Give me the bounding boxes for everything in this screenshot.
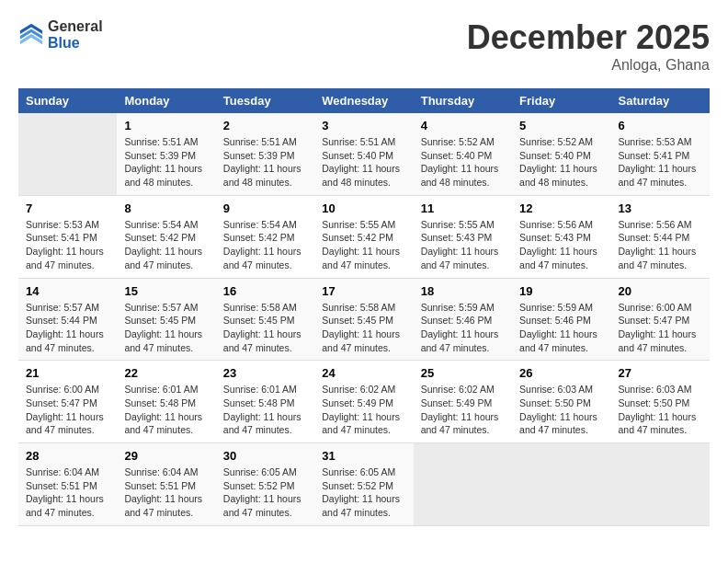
day-info: Sunrise: 6:03 AMSunset: 5:50 PMDaylight:… <box>619 383 702 437</box>
calendar-cell: 22Sunrise: 6:01 AMSunset: 5:48 PMDayligh… <box>117 361 215 443</box>
calendar-cell: 16Sunrise: 5:58 AMSunset: 5:45 PMDayligh… <box>216 278 314 361</box>
day-info: Sunrise: 5:56 AMSunset: 5:43 PMDaylight:… <box>519 218 603 272</box>
day-number: 24 <box>322 366 405 380</box>
calendar-table: SundayMondayTuesdayWednesdayThursdayFrid… <box>18 88 710 526</box>
day-info: Sunrise: 6:00 AMSunset: 5:47 PMDaylight:… <box>26 383 109 437</box>
header-cell-sunday: Sunday <box>18 88 117 113</box>
day-number: 8 <box>124 201 208 215</box>
calendar-cell: 31Sunrise: 6:05 AMSunset: 5:52 PMDayligh… <box>314 443 413 526</box>
day-number: 2 <box>223 119 307 132</box>
header-row: SundayMondayTuesdayWednesdayThursdayFrid… <box>18 88 710 113</box>
day-number: 5 <box>519 119 603 132</box>
calendar-cell: 1Sunrise: 5:51 AMSunset: 5:39 PMDaylight… <box>117 113 215 195</box>
calendar-cell: 17Sunrise: 5:58 AMSunset: 5:45 PMDayligh… <box>314 278 413 361</box>
day-info: Sunrise: 5:53 AMSunset: 5:41 PMDaylight:… <box>619 135 702 190</box>
logo-general: General <box>48 18 103 35</box>
calendar-header: SundayMondayTuesdayWednesdayThursdayFrid… <box>18 88 710 113</box>
day-info: Sunrise: 5:57 AMSunset: 5:44 PMDaylight:… <box>26 301 109 355</box>
calendar-cell: 9Sunrise: 5:54 AMSunset: 5:42 PMDaylight… <box>216 195 314 278</box>
day-info: Sunrise: 5:57 AMSunset: 5:45 PMDaylight:… <box>124 301 208 355</box>
calendar-week-5: 28Sunrise: 6:04 AMSunset: 5:51 PMDayligh… <box>18 443 710 526</box>
calendar-cell: 28Sunrise: 6:04 AMSunset: 5:51 PMDayligh… <box>18 443 117 526</box>
calendar-cell: 18Sunrise: 5:59 AMSunset: 5:46 PMDayligh… <box>414 278 512 361</box>
day-number: 23 <box>223 366 307 380</box>
day-number: 6 <box>619 119 702 132</box>
calendar-cell: 30Sunrise: 6:05 AMSunset: 5:52 PMDayligh… <box>216 443 314 526</box>
calendar-body: 1Sunrise: 5:51 AMSunset: 5:39 PMDaylight… <box>18 113 710 525</box>
calendar-cell: 29Sunrise: 6:04 AMSunset: 5:51 PMDayligh… <box>117 443 215 526</box>
calendar-cell: 7Sunrise: 5:53 AMSunset: 5:41 PMDaylight… <box>18 195 117 278</box>
calendar-cell: 6Sunrise: 5:53 AMSunset: 5:41 PMDaylight… <box>611 113 710 195</box>
calendar-cell: 19Sunrise: 5:59 AMSunset: 5:46 PMDayligh… <box>512 278 610 361</box>
calendar-week-2: 7Sunrise: 5:53 AMSunset: 5:41 PMDaylight… <box>18 195 710 278</box>
day-info: Sunrise: 6:02 AMSunset: 5:49 PMDaylight:… <box>421 383 505 437</box>
calendar-cell: 14Sunrise: 5:57 AMSunset: 5:44 PMDayligh… <box>18 278 117 361</box>
calendar-week-4: 21Sunrise: 6:00 AMSunset: 5:47 PMDayligh… <box>18 361 710 443</box>
calendar-cell: 3Sunrise: 5:51 AMSunset: 5:40 PMDaylight… <box>314 113 413 195</box>
logo-blue: Blue <box>48 35 103 52</box>
day-info: Sunrise: 5:56 AMSunset: 5:44 PMDaylight:… <box>619 218 702 272</box>
calendar-cell: 5Sunrise: 5:52 AMSunset: 5:40 PMDaylight… <box>512 113 610 195</box>
day-info: Sunrise: 6:04 AMSunset: 5:51 PMDaylight:… <box>124 465 208 520</box>
day-info: Sunrise: 5:51 AMSunset: 5:39 PMDaylight:… <box>223 135 307 190</box>
day-number: 19 <box>519 284 603 298</box>
day-info: Sunrise: 6:00 AMSunset: 5:47 PMDaylight:… <box>619 301 702 355</box>
calendar-cell <box>512 443 610 526</box>
logo-icon <box>18 22 44 48</box>
day-number: 30 <box>223 449 307 463</box>
title-block: December 2025 Anloga, Ghana <box>467 18 710 74</box>
day-info: Sunrise: 5:55 AMSunset: 5:43 PMDaylight:… <box>421 218 505 272</box>
day-number: 9 <box>223 201 307 215</box>
day-info: Sunrise: 5:52 AMSunset: 5:40 PMDaylight:… <box>421 135 505 190</box>
day-number: 17 <box>322 284 405 298</box>
calendar-cell: 20Sunrise: 6:00 AMSunset: 5:47 PMDayligh… <box>611 278 710 361</box>
day-info: Sunrise: 5:54 AMSunset: 5:42 PMDaylight:… <box>223 218 307 272</box>
day-number: 28 <box>26 449 109 463</box>
calendar-cell: 25Sunrise: 6:02 AMSunset: 5:49 PMDayligh… <box>414 361 512 443</box>
day-number: 11 <box>421 201 505 215</box>
calendar-cell: 15Sunrise: 5:57 AMSunset: 5:45 PMDayligh… <box>117 278 215 361</box>
day-info: Sunrise: 5:54 AMSunset: 5:42 PMDaylight:… <box>124 218 208 272</box>
day-number: 14 <box>26 284 109 298</box>
day-number: 1 <box>124 119 208 132</box>
day-info: Sunrise: 6:05 AMSunset: 5:52 PMDaylight:… <box>223 465 307 520</box>
day-info: Sunrise: 6:02 AMSunset: 5:49 PMDaylight:… <box>322 383 405 437</box>
month-title: December 2025 <box>467 18 710 57</box>
calendar-cell: 24Sunrise: 6:02 AMSunset: 5:49 PMDayligh… <box>314 361 413 443</box>
day-info: Sunrise: 6:01 AMSunset: 5:48 PMDaylight:… <box>223 383 307 437</box>
calendar-cell <box>18 113 117 195</box>
header-cell-monday: Monday <box>117 88 215 113</box>
day-number: 7 <box>26 201 109 215</box>
day-number: 3 <box>322 119 405 132</box>
calendar-cell: 11Sunrise: 5:55 AMSunset: 5:43 PMDayligh… <box>414 195 512 278</box>
header-cell-friday: Friday <box>512 88 610 113</box>
day-info: Sunrise: 5:52 AMSunset: 5:40 PMDaylight:… <box>519 135 603 190</box>
day-number: 10 <box>322 201 405 215</box>
day-number: 22 <box>124 366 208 380</box>
day-number: 18 <box>421 284 505 298</box>
header-cell-thursday: Thursday <box>414 88 512 113</box>
calendar-cell <box>414 443 512 526</box>
calendar-cell: 8Sunrise: 5:54 AMSunset: 5:42 PMDaylight… <box>117 195 215 278</box>
calendar-week-3: 14Sunrise: 5:57 AMSunset: 5:44 PMDayligh… <box>18 278 710 361</box>
day-number: 25 <box>421 366 505 380</box>
day-number: 13 <box>619 201 702 215</box>
calendar-cell: 26Sunrise: 6:03 AMSunset: 5:50 PMDayligh… <box>512 361 610 443</box>
header-cell-wednesday: Wednesday <box>314 88 413 113</box>
day-info: Sunrise: 5:51 AMSunset: 5:39 PMDaylight:… <box>124 135 208 190</box>
logo: General Blue <box>18 18 103 51</box>
logo-text: General Blue <box>48 18 103 51</box>
day-info: Sunrise: 5:59 AMSunset: 5:46 PMDaylight:… <box>519 301 603 355</box>
day-info: Sunrise: 6:04 AMSunset: 5:51 PMDaylight:… <box>26 465 109 520</box>
calendar-cell: 23Sunrise: 6:01 AMSunset: 5:48 PMDayligh… <box>216 361 314 443</box>
day-info: Sunrise: 6:03 AMSunset: 5:50 PMDaylight:… <box>519 383 603 437</box>
calendar-cell: 21Sunrise: 6:00 AMSunset: 5:47 PMDayligh… <box>18 361 117 443</box>
day-number: 20 <box>619 284 702 298</box>
day-number: 21 <box>26 366 109 380</box>
day-number: 12 <box>519 201 603 215</box>
calendar-cell: 2Sunrise: 5:51 AMSunset: 5:39 PMDaylight… <box>216 113 314 195</box>
page-header: General Blue December 2025 Anloga, Ghana <box>18 18 710 74</box>
header-cell-saturday: Saturday <box>611 88 710 113</box>
day-number: 15 <box>124 284 208 298</box>
calendar-cell: 10Sunrise: 5:55 AMSunset: 5:42 PMDayligh… <box>314 195 413 278</box>
